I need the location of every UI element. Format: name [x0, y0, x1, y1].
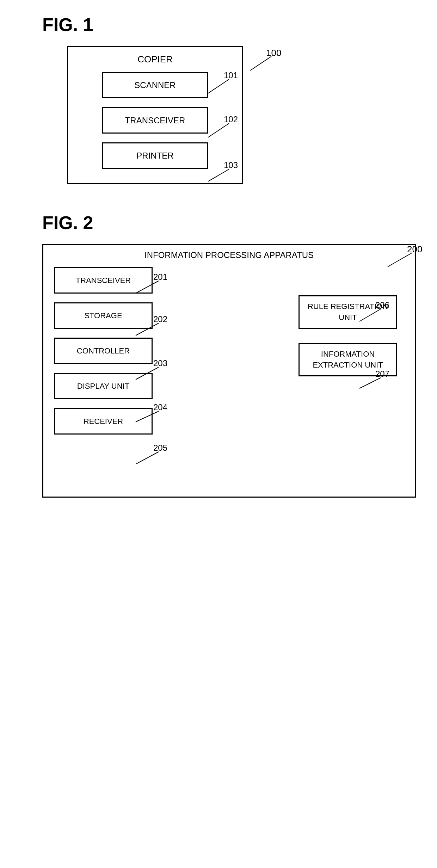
fig1-outer-box: COPIER SCANNER TRANSCEIVER PRINTER	[67, 46, 243, 184]
fig2-receiver-box: RECEIVER	[54, 408, 153, 435]
fig1-outer-label: COPIER	[82, 54, 228, 65]
fig2-wrapper: 200 201 202 203 204 205 206 207 INFORMAT…	[32, 244, 437, 498]
fig2-outer-box: INFORMATION PROCESSING APPARATUS TRANSCE…	[42, 244, 416, 498]
svg-line-0	[250, 56, 271, 70]
fig2-rule-registration-box: RULE REGISTRATIONUNIT	[298, 295, 397, 329]
fig1-title: FIG. 1	[42, 14, 416, 35]
page-container: FIG. 1 100 101 102 103 COPIER	[0, 0, 437, 868]
fig2-right-col: RULE REGISTRATIONUNIT INFORMATIONEXTRACT…	[298, 295, 404, 435]
fig2-display-unit-box: DISPLAY UNIT	[54, 373, 153, 399]
fig2-transceiver-box: TRANSCEIVER	[54, 267, 153, 294]
fig2-content: TRANSCEIVER STORAGE CONTROLLER DISPLAY	[54, 267, 404, 435]
fig1-printer-box: PRINTER	[102, 142, 208, 169]
fig1-wrapper: 100 101 102 103 COPIER SCANNER TRANSCEIV…	[56, 46, 331, 184]
fig2-information-extraction-box: INFORMATIONEXTRACTION UNIT	[298, 343, 397, 376]
fig1-ref-100: 100	[266, 48, 281, 59]
fig2-left-col: TRANSCEIVER STORAGE CONTROLLER DISPLAY	[54, 267, 163, 435]
fig2-storage-box: STORAGE	[54, 302, 153, 329]
fig2-section: FIG. 2 200	[21, 212, 416, 498]
fig2-controller-box: CONTROLLER	[54, 338, 153, 364]
fig2-title: FIG. 2	[42, 212, 416, 233]
fig1-section: FIG. 1 100 101 102 103 COPIER	[21, 14, 416, 184]
fig2-outer-label: INFORMATION PROCESSING APPARATUS	[54, 250, 404, 260]
fig1-transceiver-box: TRANSCEIVER	[102, 107, 208, 134]
fig1-scanner-box: SCANNER	[102, 72, 208, 98]
